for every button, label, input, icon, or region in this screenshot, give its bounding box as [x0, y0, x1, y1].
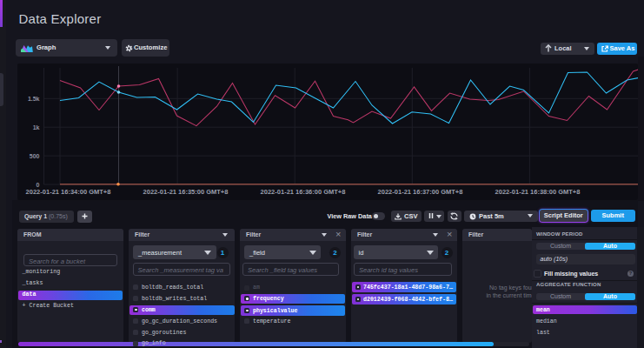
svg-text:500: 500	[29, 153, 39, 159]
svg-text:0: 0	[36, 182, 39, 188]
svg-text:1k: 1k	[32, 124, 39, 130]
svg-text:2022-01-21 16:36:00 GMT+8: 2022-01-21 16:36:00 GMT+8	[260, 188, 345, 196]
svg-text:2022-01-21 16:35:00 GMT+8: 2022-01-21 16:35:00 GMT+8	[143, 188, 228, 196]
svg-text:2022-01-21 16:34:00 GMT+8: 2022-01-21 16:34:00 GMT+8	[25, 188, 110, 196]
svg-text:1.5k: 1.5k	[27, 96, 39, 102]
svg-text:2022-01-21 16:38:00 GMT+8: 2022-01-21 16:38:00 GMT+8	[495, 188, 580, 196]
svg-text:2022-01-21 16:37:00 GMT+8: 2022-01-21 16:37:00 GMT+8	[377, 188, 462, 196]
